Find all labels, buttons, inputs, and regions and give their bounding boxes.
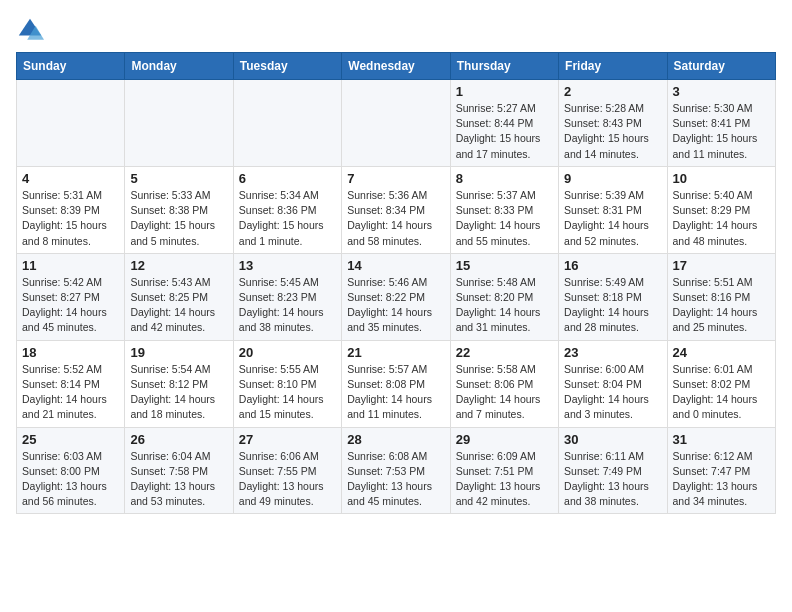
day-number: 11 xyxy=(22,258,119,273)
calendar-cell: 8Sunrise: 5:37 AM Sunset: 8:33 PM Daylig… xyxy=(450,166,558,253)
day-info: Sunrise: 5:55 AM Sunset: 8:10 PM Dayligh… xyxy=(239,362,336,423)
day-number: 7 xyxy=(347,171,444,186)
calendar-cell: 10Sunrise: 5:40 AM Sunset: 8:29 PM Dayli… xyxy=(667,166,775,253)
day-number: 13 xyxy=(239,258,336,273)
day-number: 5 xyxy=(130,171,227,186)
calendar-cell: 28Sunrise: 6:08 AM Sunset: 7:53 PM Dayli… xyxy=(342,427,450,514)
day-info: Sunrise: 5:46 AM Sunset: 8:22 PM Dayligh… xyxy=(347,275,444,336)
day-info: Sunrise: 5:42 AM Sunset: 8:27 PM Dayligh… xyxy=(22,275,119,336)
calendar-cell: 9Sunrise: 5:39 AM Sunset: 8:31 PM Daylig… xyxy=(559,166,667,253)
day-info: Sunrise: 5:52 AM Sunset: 8:14 PM Dayligh… xyxy=(22,362,119,423)
calendar-cell: 1Sunrise: 5:27 AM Sunset: 8:44 PM Daylig… xyxy=(450,80,558,167)
day-number: 2 xyxy=(564,84,661,99)
day-info: Sunrise: 5:57 AM Sunset: 8:08 PM Dayligh… xyxy=(347,362,444,423)
weekday-header-wednesday: Wednesday xyxy=(342,53,450,80)
day-info: Sunrise: 5:28 AM Sunset: 8:43 PM Dayligh… xyxy=(564,101,661,162)
day-info: Sunrise: 5:39 AM Sunset: 8:31 PM Dayligh… xyxy=(564,188,661,249)
day-info: Sunrise: 5:58 AM Sunset: 8:06 PM Dayligh… xyxy=(456,362,553,423)
calendar-cell: 22Sunrise: 5:58 AM Sunset: 8:06 PM Dayli… xyxy=(450,340,558,427)
calendar-cell: 3Sunrise: 5:30 AM Sunset: 8:41 PM Daylig… xyxy=(667,80,775,167)
day-number: 12 xyxy=(130,258,227,273)
day-number: 18 xyxy=(22,345,119,360)
day-info: Sunrise: 5:51 AM Sunset: 8:16 PM Dayligh… xyxy=(673,275,770,336)
calendar-cell: 20Sunrise: 5:55 AM Sunset: 8:10 PM Dayli… xyxy=(233,340,341,427)
calendar-week-4: 18Sunrise: 5:52 AM Sunset: 8:14 PM Dayli… xyxy=(17,340,776,427)
day-info: Sunrise: 5:30 AM Sunset: 8:41 PM Dayligh… xyxy=(673,101,770,162)
day-info: Sunrise: 5:43 AM Sunset: 8:25 PM Dayligh… xyxy=(130,275,227,336)
day-info: Sunrise: 6:11 AM Sunset: 7:49 PM Dayligh… xyxy=(564,449,661,510)
day-info: Sunrise: 6:06 AM Sunset: 7:55 PM Dayligh… xyxy=(239,449,336,510)
calendar-cell: 24Sunrise: 6:01 AM Sunset: 8:02 PM Dayli… xyxy=(667,340,775,427)
day-number: 15 xyxy=(456,258,553,273)
weekday-header-tuesday: Tuesday xyxy=(233,53,341,80)
day-info: Sunrise: 5:31 AM Sunset: 8:39 PM Dayligh… xyxy=(22,188,119,249)
day-info: Sunrise: 5:45 AM Sunset: 8:23 PM Dayligh… xyxy=(239,275,336,336)
calendar-week-2: 4Sunrise: 5:31 AM Sunset: 8:39 PM Daylig… xyxy=(17,166,776,253)
weekday-header-thursday: Thursday xyxy=(450,53,558,80)
day-info: Sunrise: 6:09 AM Sunset: 7:51 PM Dayligh… xyxy=(456,449,553,510)
weekday-header-row: SundayMondayTuesdayWednesdayThursdayFrid… xyxy=(17,53,776,80)
calendar-cell: 30Sunrise: 6:11 AM Sunset: 7:49 PM Dayli… xyxy=(559,427,667,514)
calendar-week-3: 11Sunrise: 5:42 AM Sunset: 8:27 PM Dayli… xyxy=(17,253,776,340)
calendar-cell: 5Sunrise: 5:33 AM Sunset: 8:38 PM Daylig… xyxy=(125,166,233,253)
logo-icon xyxy=(16,16,44,44)
page-header xyxy=(16,16,776,44)
calendar-cell: 19Sunrise: 5:54 AM Sunset: 8:12 PM Dayli… xyxy=(125,340,233,427)
day-info: Sunrise: 5:37 AM Sunset: 8:33 PM Dayligh… xyxy=(456,188,553,249)
calendar-cell: 6Sunrise: 5:34 AM Sunset: 8:36 PM Daylig… xyxy=(233,166,341,253)
day-number: 1 xyxy=(456,84,553,99)
day-info: Sunrise: 6:03 AM Sunset: 8:00 PM Dayligh… xyxy=(22,449,119,510)
day-number: 4 xyxy=(22,171,119,186)
day-number: 27 xyxy=(239,432,336,447)
calendar-cell: 16Sunrise: 5:49 AM Sunset: 8:18 PM Dayli… xyxy=(559,253,667,340)
weekday-header-sunday: Sunday xyxy=(17,53,125,80)
calendar-table: SundayMondayTuesdayWednesdayThursdayFrid… xyxy=(16,52,776,514)
logo xyxy=(16,16,48,44)
day-info: Sunrise: 6:12 AM Sunset: 7:47 PM Dayligh… xyxy=(673,449,770,510)
weekday-header-saturday: Saturday xyxy=(667,53,775,80)
day-info: Sunrise: 5:54 AM Sunset: 8:12 PM Dayligh… xyxy=(130,362,227,423)
day-info: Sunrise: 5:48 AM Sunset: 8:20 PM Dayligh… xyxy=(456,275,553,336)
day-info: Sunrise: 5:34 AM Sunset: 8:36 PM Dayligh… xyxy=(239,188,336,249)
calendar-cell: 29Sunrise: 6:09 AM Sunset: 7:51 PM Dayli… xyxy=(450,427,558,514)
day-number: 6 xyxy=(239,171,336,186)
weekday-header-monday: Monday xyxy=(125,53,233,80)
calendar-cell: 21Sunrise: 5:57 AM Sunset: 8:08 PM Dayli… xyxy=(342,340,450,427)
day-number: 17 xyxy=(673,258,770,273)
day-info: Sunrise: 6:00 AM Sunset: 8:04 PM Dayligh… xyxy=(564,362,661,423)
day-number: 31 xyxy=(673,432,770,447)
day-number: 19 xyxy=(130,345,227,360)
day-number: 16 xyxy=(564,258,661,273)
calendar-cell: 18Sunrise: 5:52 AM Sunset: 8:14 PM Dayli… xyxy=(17,340,125,427)
calendar-cell: 11Sunrise: 5:42 AM Sunset: 8:27 PM Dayli… xyxy=(17,253,125,340)
day-number: 22 xyxy=(456,345,553,360)
day-number: 21 xyxy=(347,345,444,360)
day-number: 8 xyxy=(456,171,553,186)
day-number: 28 xyxy=(347,432,444,447)
day-info: Sunrise: 5:40 AM Sunset: 8:29 PM Dayligh… xyxy=(673,188,770,249)
day-info: Sunrise: 5:36 AM Sunset: 8:34 PM Dayligh… xyxy=(347,188,444,249)
day-number: 25 xyxy=(22,432,119,447)
weekday-header-friday: Friday xyxy=(559,53,667,80)
day-info: Sunrise: 5:27 AM Sunset: 8:44 PM Dayligh… xyxy=(456,101,553,162)
calendar-cell: 23Sunrise: 6:00 AM Sunset: 8:04 PM Dayli… xyxy=(559,340,667,427)
day-number: 14 xyxy=(347,258,444,273)
day-number: 20 xyxy=(239,345,336,360)
calendar-week-5: 25Sunrise: 6:03 AM Sunset: 8:00 PM Dayli… xyxy=(17,427,776,514)
day-info: Sunrise: 6:01 AM Sunset: 8:02 PM Dayligh… xyxy=(673,362,770,423)
calendar-cell: 2Sunrise: 5:28 AM Sunset: 8:43 PM Daylig… xyxy=(559,80,667,167)
day-number: 24 xyxy=(673,345,770,360)
calendar-cell: 12Sunrise: 5:43 AM Sunset: 8:25 PM Dayli… xyxy=(125,253,233,340)
calendar-cell xyxy=(233,80,341,167)
day-number: 10 xyxy=(673,171,770,186)
day-number: 3 xyxy=(673,84,770,99)
calendar-week-1: 1Sunrise: 5:27 AM Sunset: 8:44 PM Daylig… xyxy=(17,80,776,167)
calendar-cell: 26Sunrise: 6:04 AM Sunset: 7:58 PM Dayli… xyxy=(125,427,233,514)
day-info: Sunrise: 6:08 AM Sunset: 7:53 PM Dayligh… xyxy=(347,449,444,510)
calendar-cell: 7Sunrise: 5:36 AM Sunset: 8:34 PM Daylig… xyxy=(342,166,450,253)
day-number: 9 xyxy=(564,171,661,186)
calendar-cell: 4Sunrise: 5:31 AM Sunset: 8:39 PM Daylig… xyxy=(17,166,125,253)
day-number: 23 xyxy=(564,345,661,360)
day-info: Sunrise: 6:04 AM Sunset: 7:58 PM Dayligh… xyxy=(130,449,227,510)
calendar-cell xyxy=(125,80,233,167)
